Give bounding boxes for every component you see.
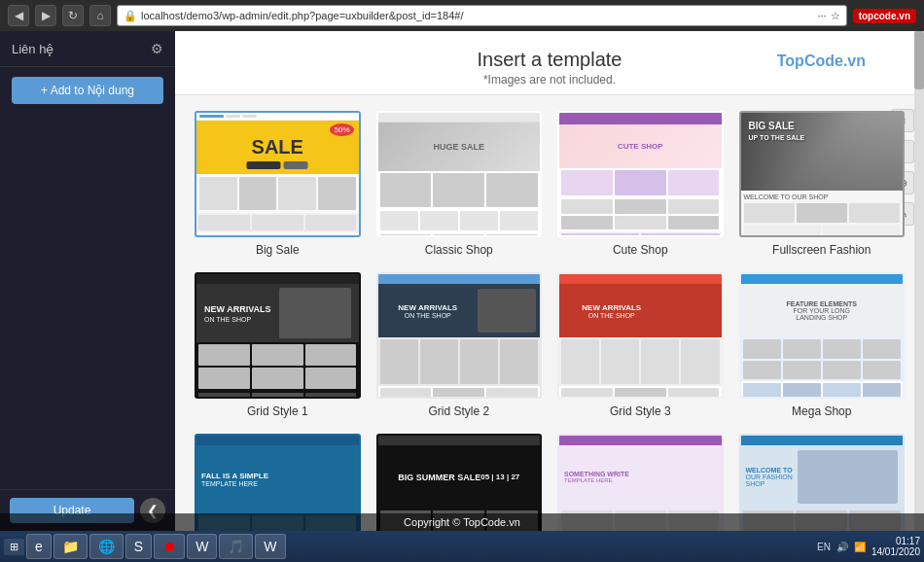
- taskbar-browser-button[interactable]: 🌐: [89, 534, 124, 559]
- taskbar-wp-button[interactable]: W: [255, 534, 285, 559]
- add-to-content-button[interactable]: + Add to Nội dung: [12, 77, 163, 104]
- date-display: 14/01/2020: [871, 546, 920, 557]
- template-label-grid-style-2: Grid Style 2: [428, 404, 489, 418]
- speaker-icon: 🔊: [836, 542, 848, 552]
- template-label-cute-shop: Cute Shop: [613, 243, 668, 257]
- taskbar-s-button[interactable]: S: [125, 534, 152, 559]
- wp-icon: W: [264, 539, 276, 554]
- template-item-grid-style-2[interactable]: NEW ARRIVALS ON THE SHOP: [376, 272, 543, 418]
- w-icon: W: [195, 539, 208, 554]
- template-thumb-fullscreen-fashion[interactable]: BIG SALEUP TO THE SALE WELCOME TO OUR SH…: [739, 111, 906, 237]
- template-thumb-grid-style-2[interactable]: NEW ARRIVALS ON THE SHOP: [376, 272, 543, 399]
- taskbar-folder-button[interactable]: 📁: [53, 534, 88, 559]
- template-grid: SALE 50%: [175, 95, 924, 531]
- template-label-fullscreen-fashion: Fullscreen Fashion: [772, 243, 871, 257]
- sidebar: Liên hệ ⚙ + Add to Nội dung Update ❮: [0, 31, 175, 531]
- music-icon: 🎵: [228, 539, 244, 554]
- forward-nav-button[interactable]: ▶: [35, 5, 56, 26]
- template-item-classic-shop[interactable]: HUGE SALE: [376, 111, 543, 257]
- record-icon: ⏺: [162, 539, 176, 554]
- template-thumb-grid-style-3[interactable]: NEW ARRIVALS ON THE SHOP: [557, 272, 724, 399]
- taskbar-music-button[interactable]: 🎵: [219, 534, 253, 559]
- template-label-grid-style-1: Grid Style 1: [247, 404, 308, 418]
- menu-dots-icon[interactable]: ···: [817, 10, 826, 21]
- home-button[interactable]: ⌂: [89, 5, 111, 26]
- template-thumb-mega-shop[interactable]: FEATURE ELEMENTS FOR YOUR LONG LANDING S…: [739, 272, 906, 399]
- main-layout: Liên hệ ⚙ + Add to Nội dung Update ❮ Ins…: [0, 31, 924, 531]
- template-label-classic-shop: Classic Shop: [425, 243, 493, 257]
- address-bar[interactable]: 🔒 localhost/demo3/wp-admin/edit.php?page…: [117, 5, 847, 26]
- template-item-grid-style-3[interactable]: NEW ARRIVALS ON THE SHOP: [557, 272, 724, 418]
- taskbar-w-button[interactable]: W: [187, 534, 217, 559]
- scrollbar-thumb[interactable]: [914, 31, 924, 89]
- template-thumb-classic-shop[interactable]: HUGE SALE: [376, 111, 543, 237]
- taskbar-right: EN 🔊 📶 01:17 14/01/2020: [817, 536, 920, 557]
- scrollbar-track[interactable]: [914, 31, 924, 531]
- lang-indicator: EN: [817, 542, 831, 552]
- topcode-badge: topcode.vn: [853, 9, 916, 23]
- clock: 01:17 14/01/2020: [871, 536, 920, 557]
- taskbar-ie-button[interactable]: e: [26, 534, 52, 559]
- browser-icon: 🌐: [98, 539, 115, 554]
- lock-icon: 🔒: [124, 10, 137, 22]
- template-thumb-big-sale[interactable]: SALE 50%: [195, 111, 361, 237]
- time-display: 01:17: [871, 536, 920, 546]
- network-icon: 📶: [854, 542, 866, 552]
- dialog-header: Insert a template *Images are not includ…: [175, 31, 924, 95]
- back-nav-button[interactable]: ◀: [8, 5, 29, 26]
- sidebar-title: Liên hệ: [12, 42, 53, 56]
- template-thumb-cute-shop[interactable]: CUTE SHOP: [557, 111, 724, 237]
- windows-taskbar: ⊞ e 📁 🌐 S ⏺ W 🎵 W EN 🔊 📶 01:17 14/01/202…: [0, 531, 924, 562]
- browser-icon-group: ··· ☆: [817, 10, 839, 22]
- folder-icon: 📁: [62, 539, 79, 554]
- browser-toolbar: ◀ ▶ ↻ ⌂ 🔒 localhost/demo3/wp-admin/edit.…: [0, 0, 924, 31]
- template-item-mega-shop[interactable]: FEATURE ELEMENTS FOR YOUR LONG LANDING S…: [739, 272, 906, 418]
- template-item-grid-style-1[interactable]: NEW ARRIVALS ON THE SHOP: [195, 272, 361, 418]
- ie-icon: e: [35, 539, 43, 554]
- taskbar-record-button[interactable]: ⏺: [154, 534, 185, 559]
- sidebar-header: Liên hệ ⚙: [0, 31, 175, 67]
- gear-icon[interactable]: ⚙: [151, 41, 163, 56]
- bookmark-icon[interactable]: ☆: [831, 10, 840, 22]
- content-area: Insert a template *Images are not includ…: [175, 31, 924, 531]
- template-label-grid-style-3: Grid Style 3: [610, 404, 671, 418]
- template-thumb-grid-style-1[interactable]: NEW ARRIVALS ON THE SHOP: [195, 272, 361, 399]
- template-label-big-sale: Big Sale: [256, 243, 300, 257]
- template-item-cute-shop[interactable]: CUTE SHOP: [557, 111, 724, 257]
- template-item-big-sale[interactable]: SALE 50%: [195, 111, 361, 257]
- template-label-mega-shop: Mega Shop: [792, 404, 851, 418]
- template-item-fullscreen-fashion[interactable]: BIG SALEUP TO THE SALE WELCOME TO OUR SH…: [739, 111, 906, 257]
- topcode-watermark: TopCode.vn: [777, 53, 866, 70]
- s-icon: S: [134, 539, 143, 554]
- dialog-subtitle: *Images are not included.: [175, 73, 924, 87]
- start-icon[interactable]: ⊞: [4, 539, 24, 555]
- copyright-bar: Copyright © TopCode.vn: [0, 513, 924, 531]
- url-text: localhost/demo3/wp-admin/edit.php?page=u…: [141, 10, 813, 21]
- refresh-button[interactable]: ↻: [62, 5, 84, 26]
